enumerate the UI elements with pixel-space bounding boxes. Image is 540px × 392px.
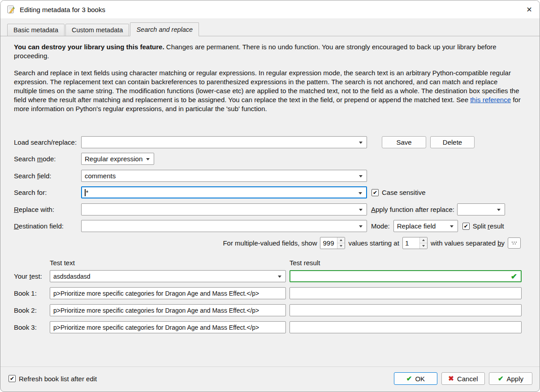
search-mode-combobox[interactable]: Regular expression: [81, 153, 154, 165]
book-1-text[interactable]: p>Prioritize more specific categories fo…: [50, 287, 286, 299]
reference-link[interactable]: this reference: [470, 96, 511, 103]
chevron-down-icon: [359, 209, 363, 211]
checkbox-check-icon: ✔: [9, 375, 16, 382]
checkbox-check-icon: ✔: [372, 189, 379, 196]
description-text: Search and replace in text fields using …: [14, 69, 521, 113]
description-before-link: Search and replace in text fields using …: [14, 69, 519, 103]
ok-button-label: OK: [415, 375, 425, 383]
chevron-down-icon: [359, 175, 363, 177]
start-at-spinner[interactable]: 1: [402, 237, 428, 249]
apply-button[interactable]: ✔ Apply: [489, 372, 532, 385]
tab-custom-metadata[interactable]: Custom metadata: [65, 24, 129, 36]
replace-with-combobox[interactable]: [81, 203, 367, 215]
destroy-warning-bold: You can destroy your library using this …: [14, 43, 164, 51]
values-starting-at-label: values starting at: [348, 239, 399, 247]
separator-dots-icon: [511, 241, 517, 245]
case-sensitive-label: Case sensitive: [382, 189, 426, 196]
mode-combobox[interactable]: Replace field: [393, 220, 458, 232]
search-for-label: Search for:: [14, 189, 81, 196]
spin-up-icon[interactable]: [337, 237, 345, 243]
footer-buttons: ✔ OK ✖ Cancel ✔ Apply: [394, 372, 532, 385]
ok-button[interactable]: ✔ OK: [394, 372, 437, 385]
chevron-down-icon: [497, 209, 501, 211]
book-1-label: Book 1:: [14, 289, 50, 297]
mode-label: Mode:: [371, 222, 390, 230]
tab-search-and-replace[interactable]: Search and replace: [130, 22, 199, 36]
book-3-row: Book 3: p>Prioritize more specific categ…: [14, 321, 521, 333]
save-button[interactable]: Save: [382, 136, 426, 148]
book-2-label: Book 2:: [14, 306, 50, 314]
show-count-value: 999: [320, 237, 337, 249]
load-search-replace-combobox[interactable]: [81, 136, 367, 148]
your-test-label: Your test:: [14, 272, 50, 280]
chevron-down-icon: [450, 225, 454, 228]
tab-bar: Basic metadata Custom metadata Search an…: [0, 18, 540, 36]
destroy-warning-text: You can destroy your library using this …: [14, 43, 521, 60]
chevron-down-icon: [278, 276, 281, 278]
refresh-book-list-checkbox[interactable]: ✔ Refresh book list after edit: [9, 375, 97, 383]
text-cursor: [85, 189, 86, 196]
separator-button[interactable]: [508, 237, 521, 249]
book-3-label: Book 3:: [14, 323, 50, 331]
refresh-book-list-label: Refresh book list after edit: [19, 375, 97, 383]
values-separated-by-label: with values separated by: [431, 239, 505, 247]
search-mode-value: Regular expression: [85, 155, 143, 163]
delete-button[interactable]: Delete: [430, 136, 475, 148]
your-test-value: asdsdasdasd: [53, 273, 91, 280]
book-1-row: Book 1: p>Prioritize more specific categ…: [14, 287, 521, 299]
spin-down-icon[interactable]: [337, 243, 345, 249]
mode-value: Replace field: [397, 222, 436, 230]
test-text-header: Test text: [50, 259, 286, 267]
row-search-mode: Search mode: Regular expression: [14, 153, 521, 165]
book-2-row: Book 2: p>Prioritize more specific categ…: [14, 304, 521, 316]
close-icon[interactable]: ✕: [519, 0, 540, 18]
tab-basic-metadata[interactable]: Basic metadata: [7, 24, 65, 36]
destination-field-label: Destination field:: [14, 222, 81, 230]
chevron-down-icon: [146, 158, 150, 160]
cancel-button[interactable]: ✖ Cancel: [441, 372, 485, 385]
window-title: Editing metadata for 3 books: [20, 6, 105, 13]
destination-field-combobox[interactable]: [81, 220, 367, 232]
spinner-arrows: [419, 237, 427, 249]
book-1-value: p>Prioritize more specific categories fo…: [53, 290, 259, 297]
success-check-icon: ✔: [511, 272, 517, 281]
split-result-checkbox[interactable]: ✔ Split result: [462, 222, 504, 230]
checkbox-check-icon: ✔: [462, 223, 470, 230]
apply-button-label: Apply: [507, 375, 524, 383]
chevron-down-icon: [359, 225, 363, 228]
apply-function-combobox[interactable]: [457, 203, 505, 215]
spin-down-icon[interactable]: [420, 243, 427, 249]
your-test-input[interactable]: asdsdasdasd: [50, 270, 286, 282]
row-load-search-replace: Load search/replace: Save Delete: [14, 136, 521, 148]
book-3-value: p>Prioritize more specific categories fo…: [53, 324, 259, 331]
search-field-label: Search field:: [14, 172, 81, 180]
book-2-result: [289, 304, 522, 316]
test-result-header: Test result: [289, 259, 522, 267]
search-for-combobox[interactable]: *: [81, 186, 367, 198]
row-replace-with: Replace with: Apply function after repla…: [14, 203, 521, 215]
chevron-down-icon: [359, 192, 362, 194]
book-3-result: [289, 321, 522, 333]
title-bar: Editing metadata for 3 books ✕: [0, 0, 540, 18]
chevron-down-icon: [359, 142, 363, 144]
edit-metadata-dialog: Editing metadata for 3 books ✕ Basic met…: [0, 0, 540, 392]
start-at-value: 1: [403, 237, 419, 249]
case-sensitive-checkbox[interactable]: ✔ Case sensitive: [372, 189, 426, 196]
multiple-valued-show-label: For multiple-valued fields, show: [223, 239, 317, 247]
book-3-text[interactable]: p>Prioritize more specific categories fo…: [50, 321, 286, 333]
apply-check-icon: ✔: [498, 375, 504, 383]
row-search-field: Search field: comments: [14, 169, 521, 182]
your-test-row: Your test: asdsdasdasd ✔: [14, 270, 521, 282]
search-field-combobox[interactable]: comments: [81, 170, 367, 182]
spin-up-icon[interactable]: [420, 237, 427, 243]
your-test-result: ✔: [289, 270, 522, 282]
book-2-text[interactable]: p>Prioritize more specific categories fo…: [50, 304, 286, 316]
search-mode-label: Search mode:: [14, 155, 81, 163]
ok-check-icon: ✔: [406, 375, 412, 383]
spinner-arrows: [337, 237, 345, 249]
load-search-replace-label: Load search/replace:: [14, 138, 81, 146]
row-multiple-valued: For multiple-valued fields, show 999 val…: [14, 237, 521, 249]
cancel-button-label: Cancel: [457, 375, 478, 383]
show-count-spinner[interactable]: 999: [320, 237, 345, 249]
split-result-label: Split result: [473, 222, 504, 230]
